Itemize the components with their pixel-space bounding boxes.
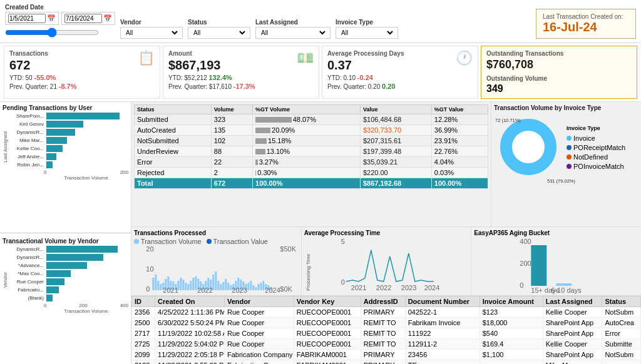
volume-cell: 102	[211, 136, 252, 146]
volume-bar-row: *Advance...	[9, 262, 128, 269]
row-status: Error	[602, 328, 641, 339]
legend-title: Invoice Type	[567, 125, 625, 131]
svg-rect-27	[195, 276, 197, 290]
kpi-transactions: 📋 Transactions 672 YTD: 50 -55.0% Prev. …	[4, 46, 160, 99]
svg-rect-37	[220, 284, 222, 290]
kpi-amount-sub2: Prev. Quarter: $17,610 -17.3%	[168, 83, 314, 90]
col-vendor-key: Vendor Key	[294, 296, 361, 307]
transactions-processed-legend: Transaction Volume Transaction Value	[134, 238, 299, 245]
row-vendor: Rue Cooper	[224, 307, 294, 318]
svg-rect-53	[260, 283, 262, 290]
col-amount: Invoice Amount	[479, 296, 543, 307]
kpi-outstanding: Outstanding Transactions $760,708 Outsta…	[481, 46, 637, 99]
pending-bar-fill	[46, 129, 75, 136]
pending-axis-200: 200	[120, 169, 128, 175]
pct-volume-cell: 48.07%	[253, 114, 361, 125]
status-select[interactable]: All	[191, 29, 247, 37]
kpi-avg-processing: 🕐 Average Processing Days 0.37 YTD: 0.10…	[322, 46, 478, 99]
date-to-box[interactable]: 📅	[61, 12, 115, 25]
pending-x-axis-label: Transaction Volume	[44, 175, 128, 181]
legend-po-invoice: POInvoiceMatch	[567, 163, 625, 170]
volume-axis-200: 200	[79, 303, 87, 308]
pct-volume-text: 3.27%	[259, 158, 279, 166]
pct-volume-cell: 13.10%	[253, 146, 361, 157]
pending-y-axis-label: Last Assigned	[3, 131, 8, 163]
pct-bar	[255, 149, 265, 154]
svg-rect-26	[192, 278, 194, 290]
volume-bar-label: Fabricatio...	[9, 287, 44, 293]
pct-volume-text: 0.30%	[257, 169, 277, 176]
volume-bar-fill	[46, 278, 64, 285]
left-panel: Pending Transactions by User Last Assign…	[0, 102, 131, 364]
pct-bar	[255, 138, 267, 144]
date-range-slider[interactable]	[5, 28, 99, 38]
volume-axis-400: 400	[120, 303, 128, 308]
svg-rect-10	[152, 278, 154, 290]
row-vendor-key: RUECOOPE0001	[294, 328, 361, 339]
svg-rect-39	[225, 279, 227, 290]
legend-label-not-defined: NotDefined	[573, 153, 608, 161]
col-value: Value	[360, 105, 431, 114]
invoice-type-filter: Invoice Type All	[336, 19, 398, 39]
row-created-on: 11/29/2022 2:05:18 PM	[155, 350, 225, 360]
row-vendor-key: FABRIKAM0001	[294, 350, 361, 360]
status-table-area: Status Volume %GT Volume Value %GT Value…	[131, 102, 491, 226]
calendar-icon-from[interactable]: 📅	[47, 14, 56, 23]
status-label: Status	[188, 19, 250, 26]
last-assigned-select[interactable]: All	[259, 29, 327, 37]
row-vendor: Rue Cooper	[224, 339, 294, 350]
date-from-box[interactable]: 📅	[5, 12, 59, 25]
volume-cell: 323	[211, 114, 252, 125]
svg-rect-25	[190, 281, 192, 290]
row-vendor: Fabrication Company	[224, 360, 294, 365]
invoice-type-select[interactable]: All	[339, 29, 395, 37]
row-address-id: REMIT TO	[361, 318, 405, 328]
col-address-id: AddressID	[361, 296, 405, 307]
avg-processing-time-box: Average Processing Time Processing Time …	[302, 227, 472, 295]
svg-rect-72	[556, 283, 572, 286]
transactional-volume-title: Transactional Volume by Vendor	[3, 238, 128, 245]
pending-axis-0: 0	[44, 169, 46, 175]
legend-dot-vol	[134, 239, 139, 244]
svg-rect-11	[155, 275, 156, 290]
svg-text:2023: 2023	[232, 286, 247, 293]
date-to-input[interactable]	[64, 14, 102, 23]
col-status: Status	[602, 296, 641, 307]
volume-bar-label: *Advance...	[9, 263, 44, 268]
volume-bar-chart: DynamicR... DynamicR... *Advance... *Max…	[9, 246, 128, 301]
calendar-icon-to[interactable]: 📅	[103, 14, 112, 23]
svg-text:2021: 2021	[351, 284, 366, 291]
volume-bar-label: DynamicR...	[9, 246, 44, 252]
pending-bar-row: Kellie Coo...	[9, 145, 128, 152]
pending-transactions-section: Pending Transactions by User Last Assign…	[0, 102, 131, 231]
volume-bar-fill	[46, 286, 59, 293]
row-amount: $123	[479, 307, 543, 318]
aging-bucket-chart: 400 200 0 15+ days 6-10 days	[474, 238, 638, 294]
row-last-assigned: Kellie Cooper	[543, 307, 602, 318]
date-from-input[interactable]	[8, 14, 46, 23]
kpi-row: 📋 Transactions 672 YTD: 50 -55.0% Prev. …	[0, 43, 641, 102]
volume-bar-fill	[46, 295, 53, 301]
total-value: $867,192.68	[360, 178, 431, 189]
pct-value-cell: 12.28%	[431, 114, 488, 125]
svg-rect-52	[257, 284, 259, 290]
filters-bar: Created Date 📅 📅 Vendor All	[0, 0, 641, 43]
svg-rect-54	[262, 281, 264, 290]
invoice-type-label: Invoice Type	[336, 19, 398, 26]
pending-bar-fill	[46, 161, 53, 168]
vendor-select[interactable]: All	[123, 29, 180, 37]
row-amount	[479, 360, 543, 365]
transactions-icon: 📋	[138, 50, 155, 66]
pending-bar-chart: SharePoin... Kiril Genov DynamicR... Mik…	[9, 113, 128, 168]
pending-bar-fill	[46, 113, 120, 119]
status-filter: Status All	[188, 19, 250, 39]
legend-po-receipt: POReceiptMatch	[567, 144, 625, 151]
vendor-filter: Vendor All	[120, 19, 183, 39]
kpi-transactions-change2: -8.7%	[59, 83, 77, 90]
row-doc-num: 042522-1	[405, 307, 479, 318]
row-id: 2099	[132, 350, 155, 360]
kpi-amount-change2: -17.3%	[233, 83, 255, 90]
total-status: Total	[135, 178, 212, 189]
row-created-on: 11/19/2022 10:02:58 AM	[155, 328, 225, 339]
pct-volume-cell: 0.30%	[253, 168, 361, 178]
